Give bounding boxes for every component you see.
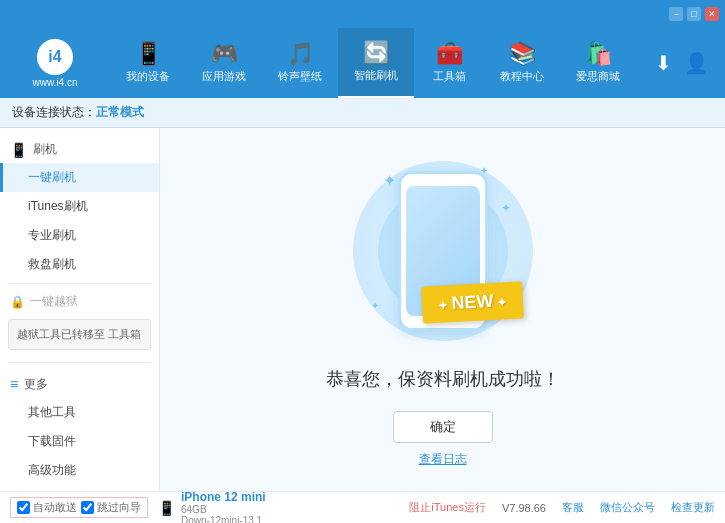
nav-item-tutorials[interactable]: 📚 教程中心 [484, 28, 560, 98]
minimize-button[interactable]: － [669, 7, 683, 21]
window-controls: － □ ✕ [669, 7, 719, 21]
footer-right: 阻止iTunes运行 V7.98.66 客服 微信公众号 检查更新 [409, 500, 715, 515]
sidebar-group-flash: 📱 刷机 [0, 136, 159, 163]
device-details: iPhone 12 mini 64GB Down-12mini-13.1 [181, 490, 266, 524]
nav-label-flash: 智能刷机 [354, 68, 398, 83]
nav-label-ringtone: 铃声壁纸 [278, 69, 322, 84]
checkbox-group: 自动敢送 跳过向导 [10, 497, 148, 518]
sidebar-item-download-firmware[interactable]: 下载固件 [0, 427, 159, 456]
nav-right: ⬇ 👤 [655, 51, 725, 75]
status-value: 正常模式 [96, 104, 144, 121]
nav-item-flash[interactable]: 🔄 智能刷机 [338, 28, 414, 98]
logo-icon: i4 [37, 39, 73, 75]
nav-label-tutorials: 教程中心 [500, 69, 544, 84]
toolbox-icon: 🧰 [436, 43, 463, 65]
hero-illustration: ✦ ✦ ✦ ✦ NEW [343, 151, 543, 351]
sidebar-group-more: ≡ 更多 [0, 371, 159, 398]
device-info-area: 📱 iPhone 12 mini 64GB Down-12mini-13.1 [158, 490, 266, 524]
update-link[interactable]: 检查更新 [671, 500, 715, 515]
footer: 自动敢送 跳过向导 📱 iPhone 12 mini 64GB Down-12m… [0, 491, 725, 523]
sparkle-1: ✦ [383, 171, 396, 190]
nav-item-mydevice[interactable]: 📱 我的设备 [110, 28, 186, 98]
sidebar-item-rescue-flash[interactable]: 救盘刷机 [0, 250, 159, 279]
ringtone-icon: 🎵 [287, 43, 314, 65]
device-model: Down-12mini-13.1 [181, 515, 266, 524]
main-layout: 📱 刷机 一键刷机 iTunes刷机 专业刷机 救盘刷机 🔒 一键越狱 越狱工具… [0, 128, 725, 491]
sidebar-item-pro-flash[interactable]: 专业刷机 [0, 221, 159, 250]
new-badge: NEW [421, 281, 523, 323]
sidebar-divider-1 [8, 283, 151, 284]
nav-item-ringtone[interactable]: 🎵 铃声壁纸 [262, 28, 338, 98]
footer-left: 自动敢送 跳过向导 📱 iPhone 12 mini 64GB Down-12m… [10, 490, 266, 524]
main-content: ✦ ✦ ✦ ✦ NEW 恭喜您，保资料刷机成功啦！ 确定 查看日志 [160, 128, 725, 491]
sidebar-group-more-label: 更多 [24, 376, 48, 393]
device-storage: 64GB [181, 504, 266, 515]
sidebar-group-flash-label: 刷机 [33, 141, 57, 158]
phone-icon: 📱 [158, 500, 175, 516]
checkbox-auto-label: 自动敢送 [33, 500, 77, 515]
appgame-icon: 🎮 [211, 43, 238, 65]
nav-item-shop[interactable]: 🛍️ 爱思商城 [560, 28, 636, 98]
sparkle-4: ✦ [371, 300, 379, 311]
view-log-link[interactable]: 查看日志 [419, 451, 467, 468]
support-link[interactable]: 客服 [562, 500, 584, 515]
version-label: V7.98.66 [502, 502, 546, 514]
logo-subtext: www.i4.cn [32, 77, 77, 88]
stop-itunes-button[interactable]: 阻止iTunes运行 [409, 500, 486, 515]
sidebar-item-other-tools[interactable]: 其他工具 [0, 398, 159, 427]
close-button[interactable]: ✕ [705, 7, 719, 21]
status-bar: 设备连接状态： 正常模式 [0, 98, 725, 128]
wechat-link[interactable]: 微信公众号 [600, 500, 655, 515]
sidebar-section-more: ≡ 更多 其他工具 下载固件 高级功能 [0, 367, 159, 489]
flash-icon: 🔄 [363, 42, 390, 64]
logo-area: i4 www.i4.cn [0, 39, 110, 88]
nav-label-shop: 爱思商城 [576, 69, 620, 84]
header: i4 www.i4.cn 📱 我的设备 🎮 应用游戏 🎵 铃声壁纸 🔄 智能刷机… [0, 28, 725, 98]
mydevice-icon: 📱 [135, 43, 162, 65]
more-group-icon: ≡ [10, 376, 18, 392]
sparkle-3: ✦ [501, 201, 511, 215]
nav-label-mydevice: 我的设备 [126, 69, 170, 84]
nav-items: 📱 我的设备 🎮 应用游戏 🎵 铃声壁纸 🔄 智能刷机 🧰 工具箱 📚 教程中心… [110, 28, 655, 98]
checkbox-skip-input[interactable] [81, 501, 94, 514]
sidebar-info-box: 越狱工具已转移至 工具箱 [8, 319, 151, 350]
sidebar-item-advanced[interactable]: 高级功能 [0, 456, 159, 485]
tutorials-icon: 📚 [509, 43, 536, 65]
sidebar: 📱 刷机 一键刷机 iTunes刷机 专业刷机 救盘刷机 🔒 一键越狱 越狱工具… [0, 128, 160, 491]
success-message: 恭喜您，保资料刷机成功啦！ [326, 367, 560, 391]
confirm-button[interactable]: 确定 [393, 411, 493, 443]
nav-item-appgame[interactable]: 🎮 应用游戏 [186, 28, 262, 98]
sidebar-section-flash: 📱 刷机 一键刷机 iTunes刷机 专业刷机 救盘刷机 🔒 一键越狱 越狱工具… [0, 132, 159, 358]
sidebar-item-onekey-flash[interactable]: 一键刷机 [0, 163, 159, 192]
title-bar: － □ ✕ [0, 0, 725, 28]
nav-item-toolbox[interactable]: 🧰 工具箱 [414, 28, 484, 98]
status-prefix: 设备连接状态： [12, 104, 96, 121]
sidebar-divider-2 [8, 362, 151, 363]
profile-button[interactable]: 👤 [684, 51, 709, 75]
checkbox-auto[interactable]: 自动敢送 [17, 500, 77, 515]
checkbox-skip-label: 跳过向导 [97, 500, 141, 515]
sidebar-item-itunes-flash[interactable]: iTunes刷机 [0, 192, 159, 221]
shop-icon: 🛍️ [585, 43, 612, 65]
maximize-button[interactable]: □ [687, 7, 701, 21]
flash-group-icon: 📱 [10, 142, 27, 158]
download-button[interactable]: ⬇ [655, 51, 672, 75]
checkbox-auto-input[interactable] [17, 501, 30, 514]
checkbox-skip[interactable]: 跳过向导 [81, 500, 141, 515]
sidebar-disabled-jailbreak: 🔒 一键越狱 [0, 288, 159, 315]
device-name: iPhone 12 mini [181, 490, 266, 504]
nav-label-appgame: 应用游戏 [202, 69, 246, 84]
nav-label-toolbox: 工具箱 [433, 69, 466, 84]
sparkle-2: ✦ [480, 165, 488, 176]
